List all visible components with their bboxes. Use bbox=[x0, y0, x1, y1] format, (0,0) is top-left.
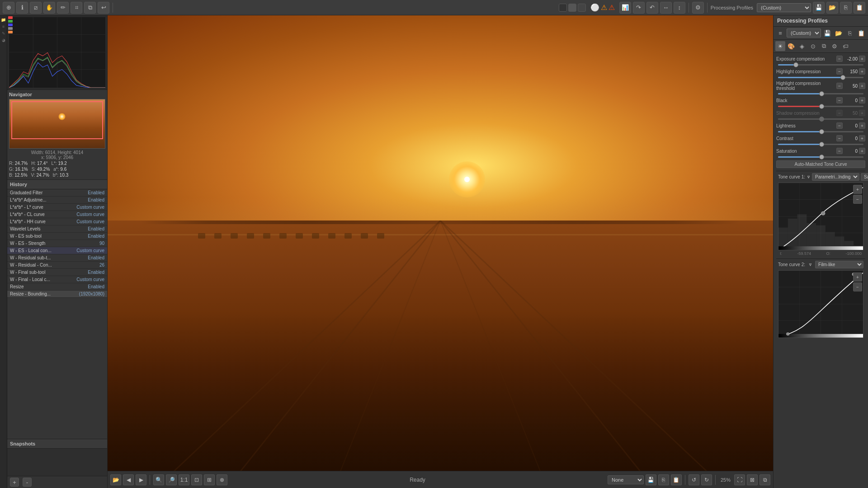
history-item-1[interactable]: L*a*b* Adjustme... Enabled bbox=[7, 197, 107, 204]
tab-color[interactable]: 🎨 bbox=[786, 41, 796, 51]
highlight-comp-slider[interactable] bbox=[776, 77, 865, 78]
black-minus[interactable]: − bbox=[836, 97, 843, 103]
black-slider[interactable] bbox=[776, 106, 865, 107]
copy-btn[interactable]: ⎘ bbox=[658, 474, 669, 485]
info-tool-btn[interactable]: ℹ bbox=[16, 2, 28, 14]
right-profile-save-btn[interactable]: 💾 bbox=[822, 28, 832, 38]
tone-curve-1-channel-select[interactable]: Saturati...lnding bbox=[861, 173, 868, 181]
open-file-btn[interactable]: 📂 bbox=[110, 474, 121, 485]
rotate-tool-btn[interactable]: ⌗ bbox=[71, 2, 82, 14]
tab-meta[interactable]: 🏷 bbox=[840, 41, 850, 51]
snapshot-add-btn[interactable]: + bbox=[10, 478, 19, 487]
profile-copy-btn[interactable]: ⎘ bbox=[840, 2, 852, 14]
right-profile-load-btn[interactable]: 📂 bbox=[834, 28, 844, 38]
history-item-3[interactable]: L*a*b* - CL curve Custom curve bbox=[7, 211, 107, 218]
contrast-slider[interactable] bbox=[776, 144, 865, 145]
history-item-4[interactable]: L*a*b* - HH curve Custom curve bbox=[7, 218, 107, 225]
color-icon[interactable]: ◕ bbox=[1, 38, 6, 43]
tab-exposure[interactable]: ☀ bbox=[775, 41, 785, 51]
history-item-6[interactable]: W - ES sub-tool Enabled bbox=[7, 233, 107, 240]
image-container[interactable] bbox=[108, 15, 773, 471]
paste-btn[interactable]: 📋 bbox=[671, 474, 682, 485]
right-profile-paste-btn[interactable]: 📋 bbox=[856, 28, 866, 38]
editor-icon[interactable]: ✎ bbox=[1, 31, 6, 36]
exposure-comp-slider[interactable] bbox=[776, 64, 865, 66]
history-item-0[interactable]: Graduated Filter Enabled bbox=[7, 189, 107, 197]
history-item-12[interactable]: W - Final - Local c... Custom curve bbox=[7, 276, 107, 283]
export-btn[interactable]: 💾 bbox=[646, 474, 656, 485]
highlight-comp-plus[interactable]: + bbox=[859, 68, 865, 75]
dual-view-btn[interactable]: ⧉ bbox=[760, 474, 770, 485]
zoom-in-btn[interactable]: 🔎 bbox=[166, 474, 177, 485]
queue-icon[interactable]: ≡ bbox=[1, 24, 6, 29]
tab-raw[interactable]: ⚙ bbox=[830, 41, 840, 51]
highlight-threshold-slider[interactable] bbox=[776, 93, 865, 94]
tone-curve-2-canvas[interactable]: + − bbox=[778, 270, 863, 338]
rotate-ccw-btn[interactable]: ↶ bbox=[646, 2, 658, 14]
fit-screen-btn[interactable]: ⊠ bbox=[747, 474, 758, 485]
contrast-plus[interactable]: + bbox=[859, 135, 865, 141]
saturation-plus[interactable]: + bbox=[859, 148, 865, 154]
highlight-threshold-minus[interactable]: − bbox=[836, 83, 843, 89]
curve-1-add-point[interactable]: + bbox=[853, 185, 862, 194]
prev-file-btn[interactable]: ◀ bbox=[123, 474, 134, 485]
tone-curve-1-canvas[interactable]: + − bbox=[778, 183, 863, 250]
add-tool-btn[interactable]: ⊕ bbox=[3, 2, 14, 14]
flip-h-btn[interactable]: ↔ bbox=[660, 2, 672, 14]
auto-tone-btn[interactable]: Auto-Matched Tone Curve bbox=[776, 160, 865, 168]
curve-2-add-point[interactable]: + bbox=[853, 272, 862, 282]
profile-select[interactable]: (Custom) bbox=[757, 3, 811, 12]
pan-tool-btn[interactable]: ✋ bbox=[43, 2, 55, 14]
highlight-threshold-plus[interactable]: + bbox=[859, 83, 865, 89]
curve-1-del-point[interactable]: − bbox=[853, 195, 862, 204]
panel-profile-icon[interactable]: ≡ bbox=[775, 28, 785, 38]
flip-v-btn[interactable]: ↕ bbox=[674, 2, 685, 14]
profile-paste-btn[interactable]: 📋 bbox=[854, 2, 865, 14]
zoom-fit-btn[interactable]: ⊡ bbox=[191, 474, 202, 485]
transform-tool-btn[interactable]: ⧉ bbox=[84, 2, 96, 14]
history-item-11[interactable]: W - Final sub-tool Enabled bbox=[7, 269, 107, 276]
tone-curve-2-type-select[interactable]: Film-like bbox=[815, 261, 863, 268]
zoom-custom-btn[interactable]: ⊗ bbox=[217, 474, 227, 485]
fullscreen-btn[interactable]: ⛶ bbox=[734, 474, 745, 485]
history-item-13[interactable]: Resize Enabled bbox=[7, 283, 107, 291]
highlight-comp-minus[interactable]: − bbox=[836, 68, 843, 75]
history-item-7[interactable]: W - ES - Strength 90 bbox=[7, 240, 107, 247]
zoom-fill-btn[interactable]: ⊞ bbox=[204, 474, 215, 485]
lightness-plus[interactable]: + bbox=[859, 122, 865, 129]
zoom-select[interactable]: None bbox=[608, 475, 644, 484]
right-profile-copy-btn[interactable]: ⎘ bbox=[845, 28, 855, 38]
pencil-tool-btn[interactable]: ✏ bbox=[57, 2, 69, 14]
profile-save-btn[interactable]: 💾 bbox=[813, 2, 825, 14]
history-item-8[interactable]: W - ES - Local con... Custom curve bbox=[7, 247, 107, 254]
tab-lens[interactable]: ⊙ bbox=[808, 41, 818, 51]
contrast-minus[interactable]: − bbox=[836, 135, 843, 141]
reset-tool-btn[interactable]: ↩ bbox=[98, 2, 109, 14]
rotate-left-btn[interactable]: ↺ bbox=[689, 474, 699, 485]
curve-2-del-point[interactable]: − bbox=[853, 282, 862, 291]
profile-load-btn[interactable]: 📂 bbox=[826, 2, 838, 14]
exposure-comp-plus[interactable]: + bbox=[859, 56, 865, 62]
options-btn[interactable]: ⚙ bbox=[692, 2, 704, 14]
history-item-9[interactable]: W - Residual sub-t... Enabled bbox=[7, 254, 107, 262]
file-browser-icon[interactable]: 📁 bbox=[1, 17, 6, 23]
lightness-slider[interactable] bbox=[776, 131, 865, 132]
right-profile-select[interactable]: (Custom) bbox=[787, 28, 821, 38]
next-file-btn[interactable]: ▶ bbox=[136, 474, 146, 485]
lightness-minus[interactable]: − bbox=[836, 122, 843, 129]
tab-detail[interactable]: ◈ bbox=[797, 41, 807, 51]
zoom-100-btn[interactable]: 1:1 bbox=[179, 474, 189, 485]
tone-curve-2-type-icon[interactable]: ⛛ bbox=[807, 261, 814, 268]
snapshot-remove-btn[interactable]: - bbox=[23, 478, 32, 487]
crop-tool-btn[interactable]: ⧄ bbox=[30, 2, 42, 14]
tone-curve-1-type-select[interactable]: Parametri...lnding bbox=[812, 173, 859, 181]
histogram-btn[interactable]: 📊 bbox=[619, 2, 631, 14]
saturation-minus[interactable]: − bbox=[836, 148, 843, 154]
history-item-2[interactable]: L*a*b* - L* curve Custom curve bbox=[7, 204, 107, 211]
history-item-14[interactable]: Resize - Bounding... (868x488) bbox=[7, 291, 107, 298]
history-item-5[interactable]: Wavelet Levels Enabled bbox=[7, 225, 107, 233]
tab-transform[interactable]: ⧉ bbox=[819, 41, 829, 51]
zoom-out-btn[interactable]: 🔍 bbox=[153, 474, 164, 485]
exposure-comp-minus[interactable]: − bbox=[836, 56, 843, 62]
rotate-right-btn[interactable]: ↻ bbox=[701, 474, 712, 485]
